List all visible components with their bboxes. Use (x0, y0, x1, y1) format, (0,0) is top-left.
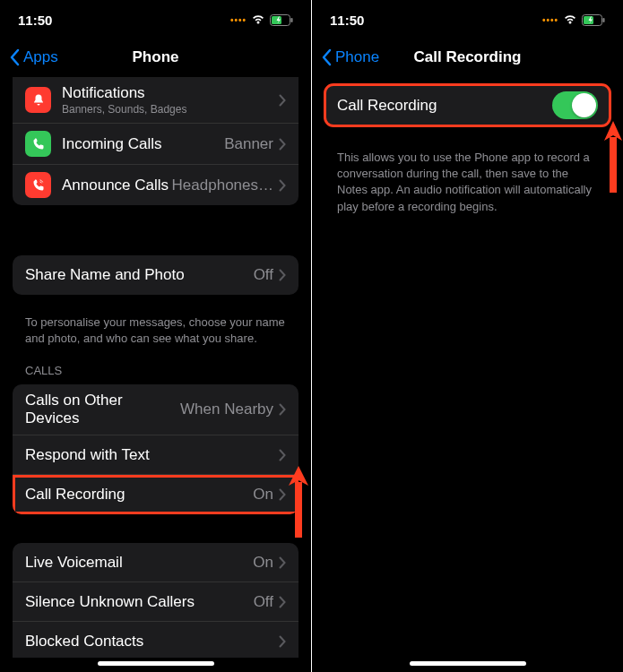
back-button[interactable]: Apps (9, 48, 58, 66)
row-value: On (253, 554, 273, 572)
status-bar: 11:50 •••• (0, 0, 311, 39)
back-button[interactable]: Phone (321, 48, 379, 66)
toggle-switch[interactable] (552, 91, 598, 119)
status-bar: 11:50 •••• (312, 0, 623, 39)
group-share: Share Name and Photo Off (13, 255, 299, 295)
nav-bar: Apps Phone (0, 39, 311, 75)
row-value: Off (254, 266, 273, 284)
row-label: Notifications (62, 84, 279, 102)
svg-rect-2 (291, 18, 293, 22)
row-label: Live Voicemail (25, 554, 253, 572)
row-label: Announce Calls (62, 177, 172, 194)
row-announce-calls[interactable]: Announce Calls Headphones… (13, 165, 299, 205)
row-value: Headphones… (172, 177, 273, 194)
row-value: When Nearby (180, 401, 273, 418)
share-footer: To personalise your messages, choose you… (13, 309, 299, 360)
battery-icon (582, 14, 605, 26)
svg-rect-1 (272, 16, 281, 24)
recording-description: This allows you to use the Phone app to … (324, 141, 610, 224)
call-recording-screen: 11:50 •••• Phone Call Recording Call Rec… (312, 0, 623, 672)
group-calls: Calls on Other Devices When Nearby Respo… (13, 384, 299, 514)
status-dots: •••• (230, 15, 247, 25)
row-label: Incoming Calls (62, 135, 224, 153)
announce-icon (25, 172, 51, 198)
row-blocked-contacts[interactable]: Blocked Contacts (13, 622, 299, 658)
group-misc: Live Voicemail On Silence Unknown Caller… (13, 543, 299, 658)
row-call-recording-toggle[interactable]: Call Recording (324, 84, 610, 126)
chevron-right-icon (279, 556, 286, 569)
phone-icon (25, 131, 51, 157)
toggle-knob (572, 93, 596, 117)
row-call-recording[interactable]: Call Recording On (13, 475, 299, 514)
chevron-right-icon (279, 488, 286, 501)
row-label: Respond with Text (25, 446, 279, 464)
chevron-left-icon (9, 48, 20, 66)
row-value: Banner (224, 135, 273, 153)
calls-header: CALLS (13, 360, 299, 384)
row-share-name[interactable]: Share Name and Photo Off (13, 255, 299, 295)
wifi-icon (563, 14, 577, 25)
status-right: •••• (230, 14, 293, 26)
status-time: 11:50 (330, 13, 364, 28)
row-label: Call Recording (337, 97, 552, 115)
status-dots: •••• (542, 15, 558, 25)
bell-icon (25, 87, 51, 113)
page-title: Phone (133, 48, 179, 66)
group-recording-toggle: Call Recording (324, 84, 610, 126)
row-value: On (253, 486, 273, 504)
chevron-right-icon (279, 596, 286, 608)
chevron-right-icon (279, 138, 286, 151)
row-label: Calls on Other Devices (25, 392, 180, 427)
row-incoming-calls[interactable]: Incoming Calls Banner (13, 124, 299, 165)
nav-bar: Phone Call Recording (312, 39, 623, 75)
row-notifications[interactable]: Notifications Banners, Sounds, Badges (13, 77, 299, 124)
row-label: Silence Unknown Callers (25, 593, 254, 611)
settings-list[interactable]: Call Recording This allows you to use th… (312, 75, 623, 658)
wifi-icon (251, 14, 265, 25)
settings-list[interactable]: Notifications Banners, Sounds, Badges In… (0, 75, 311, 658)
page-title: Call Recording (414, 48, 522, 66)
chevron-right-icon (279, 403, 286, 416)
row-other-devices[interactable]: Calls on Other Devices When Nearby (13, 384, 299, 435)
row-label: Blocked Contacts (25, 633, 279, 650)
svg-rect-5 (603, 18, 605, 22)
chevron-right-icon (279, 449, 286, 461)
chevron-right-icon (279, 179, 286, 192)
row-label: Call Recording (25, 486, 253, 504)
status-right: •••• (542, 14, 605, 26)
row-label: Share Name and Photo (25, 266, 254, 284)
home-indicator[interactable] (410, 661, 526, 666)
back-label: Apps (23, 48, 58, 66)
group-alerts: Notifications Banners, Sounds, Badges In… (13, 77, 299, 205)
home-indicator[interactable] (98, 661, 214, 666)
row-live-voicemail[interactable]: Live Voicemail On (13, 543, 299, 582)
phone-settings-screen: 11:50 •••• Apps Phone Notifications Bann… (0, 0, 311, 672)
chevron-right-icon (279, 635, 286, 648)
chevron-right-icon (279, 269, 286, 281)
chevron-left-icon (321, 48, 332, 66)
row-value: Off (254, 593, 273, 611)
chevron-right-icon (279, 94, 286, 107)
battery-icon (270, 14, 293, 26)
row-sublabel: Banners, Sounds, Badges (62, 103, 279, 116)
row-silence-unknown[interactable]: Silence Unknown Callers Off (13, 582, 299, 622)
row-respond-text[interactable]: Respond with Text (13, 435, 299, 475)
status-time: 11:50 (18, 13, 52, 28)
back-label: Phone (335, 48, 379, 66)
svg-rect-4 (584, 16, 593, 24)
